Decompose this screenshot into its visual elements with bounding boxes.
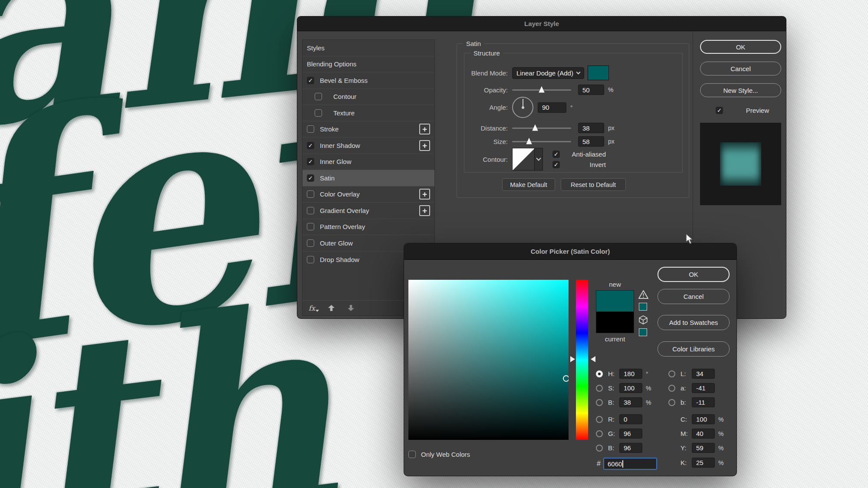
opacity-slider-thumb[interactable] bbox=[538, 86, 545, 93]
drop-shadow-checkbox[interactable] bbox=[307, 256, 314, 263]
hex-input[interactable]: 6060 bbox=[604, 458, 657, 469]
pattern-overlay-checkbox[interactable] bbox=[307, 223, 314, 230]
distance-input[interactable]: 38 bbox=[578, 123, 604, 133]
h-field-input[interactable]: 180 bbox=[619, 369, 642, 379]
anti-aliased-checkbox[interactable] bbox=[552, 151, 560, 158]
web-safe-color-swatch[interactable] bbox=[639, 328, 647, 336]
current-color-swatch[interactable] bbox=[596, 311, 634, 333]
add-color-overlay-instance-button[interactable]: + bbox=[419, 189, 430, 200]
new-style-button[interactable]: New Style... bbox=[700, 83, 781, 97]
fx-menu-button[interactable]: fx bbox=[309, 304, 315, 312]
lab-b-radio[interactable] bbox=[668, 399, 675, 406]
hue-slider[interactable] bbox=[576, 280, 588, 440]
c-field-input[interactable]: 100 bbox=[692, 414, 715, 424]
sidebar-item-pattern-overlay[interactable]: Pattern Overlay bbox=[302, 219, 434, 236]
sidebar-item-inner-glow[interactable]: Inner Glow bbox=[302, 154, 434, 170]
satin-checkbox[interactable] bbox=[307, 174, 314, 182]
gamut-warning-icon[interactable] bbox=[638, 290, 648, 299]
hex-prefix: # bbox=[597, 460, 601, 468]
color-field-marker[interactable] bbox=[563, 375, 569, 382]
b-rgb-field-input[interactable]: 96 bbox=[619, 443, 642, 453]
cancel-button[interactable]: Cancel bbox=[700, 62, 781, 75]
reset-to-default-button[interactable]: Reset to Default bbox=[561, 178, 626, 191]
gamut-safe-color-swatch[interactable] bbox=[639, 303, 647, 311]
hue-slider-left-marker[interactable] bbox=[570, 356, 575, 362]
stroke-checkbox[interactable] bbox=[307, 125, 314, 133]
chevron-down-icon bbox=[576, 70, 581, 74]
add-gradient-overlay-instance-button[interactable]: + bbox=[419, 205, 430, 216]
r-field-input[interactable]: 0 bbox=[619, 414, 642, 424]
color-overlay-checkbox[interactable] bbox=[307, 190, 314, 198]
inner-shadow-checkbox[interactable] bbox=[307, 142, 314, 149]
move-effect-up-icon[interactable] bbox=[328, 305, 335, 311]
sidebar-item-bevel-emboss[interactable]: Bevel & Emboss bbox=[302, 72, 434, 89]
make-default-button[interactable]: Make Default bbox=[502, 178, 555, 191]
hue-radio[interactable] bbox=[596, 370, 603, 377]
sidebar-item-contour[interactable]: Contour bbox=[302, 89, 434, 105]
only-web-colors-checkbox[interactable] bbox=[408, 451, 416, 458]
inner-glow-checkbox[interactable] bbox=[307, 158, 314, 165]
preview-checkbox[interactable] bbox=[716, 107, 723, 114]
hue-slider-right-marker[interactable] bbox=[591, 356, 595, 362]
y-field-input[interactable]: 59 bbox=[692, 443, 715, 453]
green-radio[interactable] bbox=[596, 430, 603, 437]
l-field-input[interactable]: 34 bbox=[692, 369, 715, 379]
g-field-input[interactable]: 96 bbox=[619, 429, 642, 439]
outer-glow-checkbox[interactable] bbox=[307, 239, 314, 247]
size-input[interactable]: 58 bbox=[578, 136, 604, 147]
sidebar-item-satin[interactable]: Satin bbox=[302, 170, 434, 187]
picker-cancel-button[interactable]: Cancel bbox=[658, 289, 730, 304]
distance-slider[interactable] bbox=[512, 128, 571, 129]
opacity-slider[interactable] bbox=[512, 89, 571, 91]
blue-radio[interactable] bbox=[596, 445, 603, 452]
red-radio[interactable] bbox=[596, 416, 603, 423]
brightness-radio[interactable] bbox=[596, 399, 603, 406]
invert-checkbox[interactable] bbox=[552, 161, 560, 168]
sidebar-item-texture[interactable]: Texture bbox=[302, 105, 434, 121]
satin-color-swatch[interactable] bbox=[588, 66, 609, 80]
add-to-swatches-button[interactable]: Add to Swatches bbox=[658, 315, 730, 330]
contour-thumbnail[interactable] bbox=[512, 148, 535, 170]
b-field-input[interactable]: 38 bbox=[619, 397, 642, 407]
lab-a-radio[interactable] bbox=[668, 385, 675, 392]
sidebar-item-inner-shadow[interactable]: Inner Shadow + bbox=[302, 138, 434, 154]
picker-ok-button[interactable]: OK bbox=[658, 267, 730, 282]
sidebar-item-color-overlay[interactable]: Color Overlay + bbox=[302, 187, 434, 203]
saturation-radio[interactable] bbox=[596, 385, 603, 392]
ok-button[interactable]: OK bbox=[700, 40, 781, 54]
sidebar-item-styles[interactable]: Styles bbox=[302, 40, 434, 56]
blend-mode-dropdown[interactable]: Linear Dodge (Add) bbox=[512, 67, 584, 79]
lab-b-field-input[interactable]: -11 bbox=[692, 397, 715, 407]
web-safe-cube-icon[interactable] bbox=[638, 315, 648, 324]
bevel-emboss-checkbox[interactable] bbox=[307, 77, 314, 84]
angle-dial[interactable] bbox=[512, 97, 533, 118]
angle-input[interactable]: 90 bbox=[538, 102, 566, 113]
lab-b-field-label: b: bbox=[681, 399, 692, 406]
contour-dropdown-button[interactable] bbox=[535, 148, 543, 170]
contour-picker[interactable] bbox=[512, 148, 543, 170]
add-stroke-instance-button[interactable]: + bbox=[419, 124, 430, 134]
sidebar-item-stroke[interactable]: Stroke + bbox=[302, 121, 434, 138]
color-libraries-button[interactable]: Color Libraries bbox=[658, 341, 730, 357]
sidebar-item-gradient-overlay[interactable]: Gradient Overlay + bbox=[302, 203, 434, 219]
sidebar-item-blending-options[interactable]: Blending Options bbox=[302, 56, 434, 73]
add-inner-shadow-instance-button[interactable]: + bbox=[419, 140, 430, 151]
contour-checkbox[interactable] bbox=[315, 93, 322, 100]
r-field-label: R: bbox=[608, 416, 619, 423]
saturation-brightness-field[interactable] bbox=[408, 280, 569, 440]
lab-l-radio[interactable] bbox=[668, 370, 675, 377]
move-effect-down-icon[interactable] bbox=[348, 305, 354, 311]
color-picker-titlebar[interactable]: Color Picker (Satin Color) bbox=[404, 243, 736, 260]
gradient-overlay-checkbox[interactable] bbox=[307, 207, 314, 214]
size-slider-thumb[interactable] bbox=[526, 138, 533, 144]
color-compare-panel: new current bbox=[596, 281, 634, 343]
s-field-input[interactable]: 100 bbox=[619, 383, 642, 393]
k-field-input[interactable]: 25 bbox=[692, 458, 715, 468]
a-field-input[interactable]: -41 bbox=[692, 383, 715, 393]
m-field-input[interactable]: 40 bbox=[692, 429, 715, 439]
texture-checkbox[interactable] bbox=[315, 109, 322, 117]
size-slider[interactable] bbox=[512, 141, 571, 142]
opacity-input[interactable]: 50 bbox=[578, 85, 604, 95]
distance-slider-thumb[interactable] bbox=[532, 124, 539, 131]
layer-style-titlebar[interactable]: Layer Style bbox=[297, 16, 786, 31]
